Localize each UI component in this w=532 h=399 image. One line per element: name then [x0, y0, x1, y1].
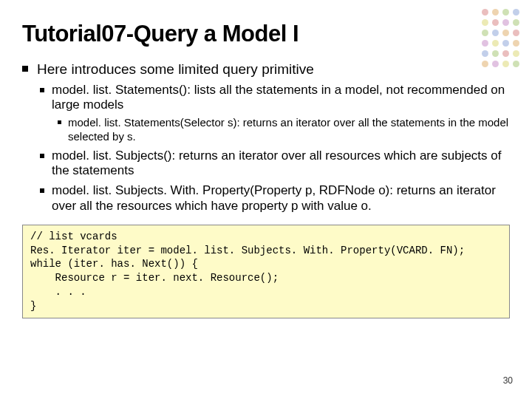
bullet-icon [22, 66, 28, 72]
bullet-level2: model. list. Subjects. With. Property(Pr… [40, 183, 510, 214]
bullet-icon [40, 154, 44, 158]
bullet-level3: model. list. Statements(Selector s): ret… [58, 116, 510, 144]
list-statements-text: model. list. Statements(): lists all the… [52, 83, 510, 113]
slide-title: Tutorial07-Query a Model I [22, 21, 510, 47]
bullet-icon [40, 88, 44, 92]
bullet-icon [40, 188, 44, 193]
bullet-level2: model. list. Subjects(): returns an iter… [40, 149, 510, 179]
code-block: // list vcards Res. Iterator iter = mode… [22, 225, 510, 318]
bullet-level1: Here introduces some limited query primi… [22, 61, 510, 78]
bullet-icon [58, 120, 61, 124]
intro-text: Here introduces some limited query primi… [37, 61, 314, 78]
list-statements-selector-text: model. list. Statements(Selector s): ret… [68, 116, 510, 144]
bullet-level2: model. list. Statements(): lists all the… [40, 83, 510, 113]
list-subjects-withprop-text: model. list. Subjects. With. Property(Pr… [52, 183, 510, 214]
page-number: 30 [503, 375, 513, 386]
decorative-dots [482, 9, 520, 68]
list-subjects-text: model. list. Subjects(): returns an iter… [52, 149, 510, 179]
